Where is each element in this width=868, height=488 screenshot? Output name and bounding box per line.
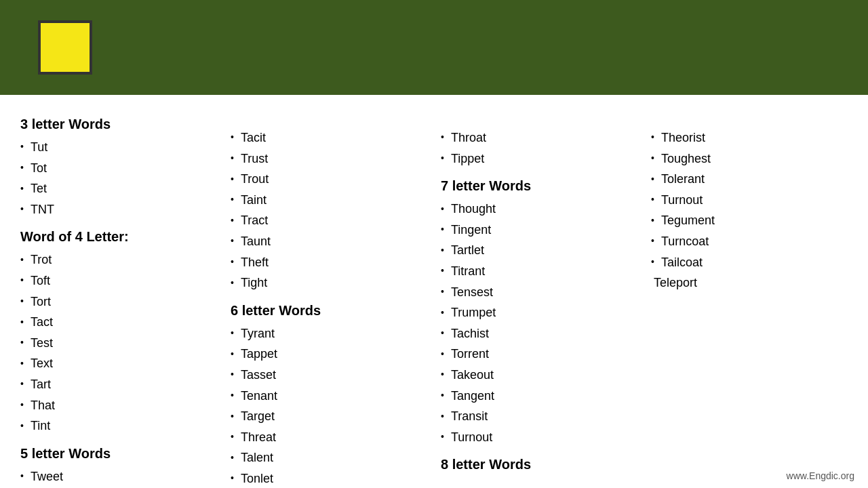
list-item: Transit <box>441 406 637 427</box>
list-item: Trot <box>20 249 217 270</box>
word-text: Transit <box>451 406 488 427</box>
content-area: 3 letter WordsTutTotTetTNTWord of 4 Lett… <box>0 95 868 488</box>
header-title <box>27 20 92 75</box>
list-item: Trust <box>231 148 427 169</box>
header-t-icon <box>38 20 92 75</box>
list-item: Toft <box>20 270 217 291</box>
list-item: That <box>20 395 217 416</box>
list-item: Tut <box>20 137 217 158</box>
list-item: Theft <box>231 252 427 273</box>
word-list: TyrantTappetTassetTenantTargetThreatTale… <box>231 323 427 488</box>
word-text: Tappet <box>241 344 277 365</box>
word-text: Toughest <box>661 148 711 169</box>
word-text: Tyrant <box>241 323 275 344</box>
word-list: TutTotTetTNT <box>20 137 217 220</box>
list-item: Trumpet <box>441 302 637 323</box>
list-item: Tingent <box>441 220 637 241</box>
list-item: Titrant <box>441 261 637 282</box>
word-text: Text <box>31 353 53 374</box>
list-item: Talent <box>231 447 427 468</box>
list-item: Turnout <box>651 190 848 211</box>
word-text: Tenant <box>241 386 277 407</box>
word-text: Talent <box>241 447 273 468</box>
word-text: Turnout <box>661 190 703 211</box>
word-list: TacitTrustTroutTaintTractTauntTheftTight <box>231 127 427 293</box>
column-2: TacitTrustTroutTaintTractTauntTheftTight… <box>231 107 427 488</box>
list-item: Text <box>20 353 217 374</box>
list-item: Tartlet <box>441 240 637 261</box>
word-text: Tolerant <box>661 169 705 190</box>
word-text: Trumpet <box>451 302 496 323</box>
word-text: Tut <box>31 137 47 158</box>
list-item: Tachist <box>441 323 637 344</box>
column-3: ThroatTippet7 letter WordsThoughtTingent… <box>441 107 637 488</box>
list-item: Tact <box>20 312 217 333</box>
word-text: Tingent <box>451 220 491 241</box>
word-text: Tippet <box>451 148 484 169</box>
footer-url: www.Engdic.org <box>787 470 854 481</box>
list-item: Tappet <box>231 344 427 365</box>
list-item: Tegument <box>651 210 848 231</box>
word-text: Tegument <box>661 210 715 231</box>
list-item: TNT <box>20 199 217 220</box>
word-text: Tot <box>31 158 47 179</box>
section-title: 6 letter Words <box>231 299 427 322</box>
word-text: Throat <box>451 127 486 148</box>
word-text: Thought <box>451 199 496 220</box>
list-item: Tensest <box>441 282 637 303</box>
list-item: Tint <box>20 415 217 436</box>
word-list: TheoristToughestTolerantTurnoutTegumentT… <box>651 127 848 272</box>
word-list: TrotToftTortTactTestTextTartThatTint <box>20 249 217 436</box>
list-item: Tweet <box>20 466 217 487</box>
word-text: Tight <box>241 272 267 293</box>
list-item: Torrent <box>441 344 637 365</box>
list-item: Takeout <box>441 365 637 386</box>
word-text: Taunt <box>241 231 271 252</box>
list-item: Toughest <box>651 148 848 169</box>
list-item: Taunt <box>231 231 427 252</box>
word-text: Taint <box>241 190 267 211</box>
word-text: Tacit <box>241 127 266 148</box>
section-title: 8 letter Words <box>441 453 637 476</box>
word-text: Tensest <box>451 282 493 303</box>
word-text: Tact <box>31 312 53 333</box>
list-item: Turncoat <box>651 231 848 252</box>
list-item: Tonlet <box>231 468 427 488</box>
list-item: Tenant <box>231 386 427 407</box>
list-item: Tyrant <box>231 323 427 344</box>
word-text: Theft <box>241 252 269 273</box>
list-item: Threat <box>231 427 427 448</box>
list-item: Tippet <box>441 148 637 169</box>
list-item: Theorist <box>651 127 848 148</box>
word-text: Turncoat <box>661 231 709 252</box>
word-text: Trot <box>31 249 52 270</box>
word-text: That <box>31 395 55 416</box>
word-text: Tart <box>31 374 51 395</box>
section-title: Word of 4 Letter: <box>20 225 217 248</box>
word-text: Tartlet <box>451 240 484 261</box>
word-text: Tonlet <box>241 468 273 488</box>
list-item: Tacit <box>231 127 427 148</box>
list-item: Tangent <box>441 386 637 407</box>
word-text: Tasset <box>241 365 276 386</box>
column-1: 3 letter WordsTutTotTetTNTWord of 4 Lett… <box>20 107 217 488</box>
word-text: TNT <box>31 199 54 220</box>
list-item: Tort <box>20 291 217 312</box>
list-item: Tet <box>20 178 217 199</box>
word-text: Tailcoat <box>661 252 703 273</box>
word-text: Toft <box>31 270 50 291</box>
word-text: Turnout <box>451 427 492 448</box>
section-title: 7 letter Words <box>441 174 637 197</box>
list-item: Taint <box>231 190 427 211</box>
word-text: Titrant <box>451 261 485 282</box>
list-item: Tract <box>231 210 427 231</box>
list-item: Tart <box>20 374 217 395</box>
word-text: Theorist <box>661 127 705 148</box>
list-item: Trout <box>231 169 427 190</box>
list-item: Tight <box>231 272 427 293</box>
word-list: ThroatTippet <box>441 127 637 169</box>
list-item: Throat <box>441 127 637 148</box>
list-item: Target <box>231 406 427 427</box>
word-text: Target <box>241 406 275 427</box>
word-text: Test <box>31 333 53 354</box>
